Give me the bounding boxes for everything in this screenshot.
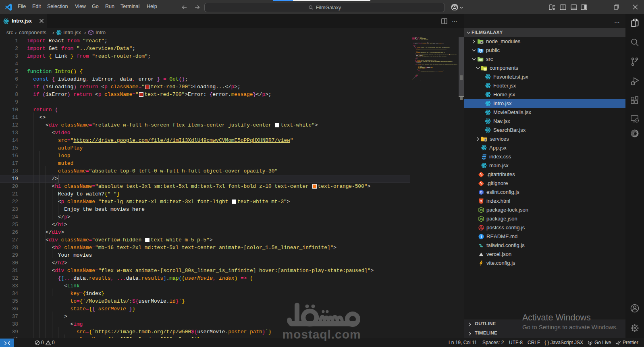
svg-text:×: × bbox=[636, 120, 638, 123]
svg-text:JS: JS bbox=[480, 209, 483, 212]
svg-text:</>: </> bbox=[479, 58, 483, 61]
svg-text:5: 5 bbox=[480, 199, 482, 203]
svg-text:JS: JS bbox=[480, 218, 483, 220]
